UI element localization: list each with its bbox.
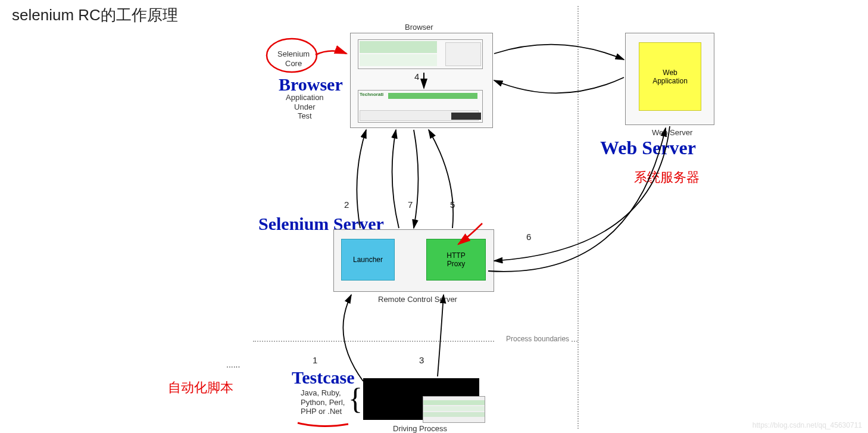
aut-label: Application Under Test: [286, 93, 324, 121]
watermark: https://blog.csdn.net/qq_45630711: [753, 421, 862, 429]
driving-process-label: Driving Process: [393, 424, 447, 433]
web-server-box: Web Application: [625, 33, 714, 125]
num-3: 3: [419, 355, 424, 365]
process-boundary-left: [253, 341, 494, 342]
browser-label: Browser: [405, 23, 433, 32]
num-1: 1: [313, 355, 317, 365]
browser-top-window: [358, 39, 483, 69]
browser-bottom-window: Technorati: [358, 90, 483, 123]
rc-server-box: Launcher HTTP Proxy: [333, 229, 494, 292]
rc-server-label: Remote Control Server: [378, 295, 457, 304]
vertical-divider: [577, 6, 579, 429]
web-server-label: Web Server: [652, 128, 692, 138]
brace: {: [348, 381, 363, 416]
process-boundaries-label: Process boundaries: [506, 335, 569, 343]
technorati-label: Technorati: [360, 92, 383, 97]
system-server-annotation: 系统服务器: [634, 169, 700, 186]
launcher-box: Launcher: [341, 239, 395, 281]
languages-label: Java, Ruby, Python, Perl, PHP or .Net: [301, 388, 345, 416]
num-7: 7: [408, 200, 413, 210]
dots-label: ......: [226, 360, 240, 370]
web-app-box: Web Application: [639, 42, 701, 111]
num-2: 2: [344, 200, 349, 210]
browser-big-label: Browser: [279, 74, 343, 95]
testcase-terminal: [363, 378, 479, 420]
selenium-core-label: Selenium Core: [277, 49, 310, 68]
diagram-title: selenium RC的工作原理: [12, 5, 178, 26]
num-6: 6: [526, 232, 531, 242]
web-server-big-label: Web Server: [600, 137, 696, 159]
num-5: 5: [450, 200, 455, 210]
http-proxy-box: HTTP Proxy: [426, 239, 486, 281]
auto-script-annotation: 自动化脚本: [168, 379, 233, 397]
browser-box: Technorati: [350, 33, 493, 128]
num-4: 4: [414, 71, 419, 82]
testcase-big-label: Testcase: [292, 367, 355, 388]
process-boundary-right: [572, 341, 577, 342]
